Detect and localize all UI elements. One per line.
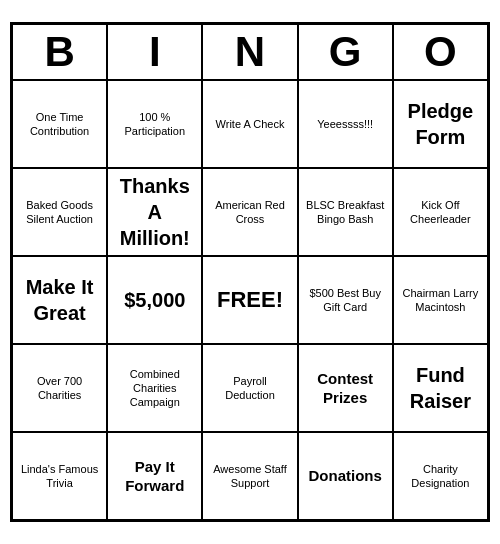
bingo-cell: Contest Prizes: [298, 344, 393, 432]
bingo-cell: Payroll Deduction: [202, 344, 297, 432]
bingo-cell: Awesome Staff Support: [202, 432, 297, 520]
header-letter: G: [298, 24, 393, 80]
bingo-cell: Donations: [298, 432, 393, 520]
bingo-cell: 100 % Participation: [107, 80, 202, 168]
bingo-cell: Pay It Forward: [107, 432, 202, 520]
bingo-cell: $5,000: [107, 256, 202, 344]
header-letter: I: [107, 24, 202, 80]
bingo-cell: Over 700 Charities: [12, 344, 107, 432]
bingo-cell: Fund Raiser: [393, 344, 488, 432]
bingo-cell: One Time Contribution: [12, 80, 107, 168]
bingo-cell: $500 Best Buy Gift Card: [298, 256, 393, 344]
bingo-cell: Thanks A Million!: [107, 168, 202, 256]
bingo-card: BINGO One Time Contribution100 % Partici…: [10, 22, 490, 522]
bingo-cell: FREE!: [202, 256, 297, 344]
header-letter: O: [393, 24, 488, 80]
header-letter: B: [12, 24, 107, 80]
bingo-cell: Write A Check: [202, 80, 297, 168]
bingo-cell: Baked Goods Silent Auction: [12, 168, 107, 256]
bingo-cell: Linda's Famous Trivia: [12, 432, 107, 520]
bingo-cell: American Red Cross: [202, 168, 297, 256]
bingo-cell: Chairman Larry Macintosh: [393, 256, 488, 344]
bingo-cell: Make It Great: [12, 256, 107, 344]
bingo-grid: One Time Contribution100 % Participation…: [12, 80, 488, 520]
bingo-cell: Yeeessss!!!: [298, 80, 393, 168]
bingo-cell: Combined Charities Campaign: [107, 344, 202, 432]
bingo-header: BINGO: [12, 24, 488, 80]
bingo-cell: BLSC Breakfast Bingo Bash: [298, 168, 393, 256]
bingo-cell: Kick Off Cheerleader: [393, 168, 488, 256]
bingo-cell: Pledge Form: [393, 80, 488, 168]
header-letter: N: [202, 24, 297, 80]
bingo-cell: Charity Designation: [393, 432, 488, 520]
